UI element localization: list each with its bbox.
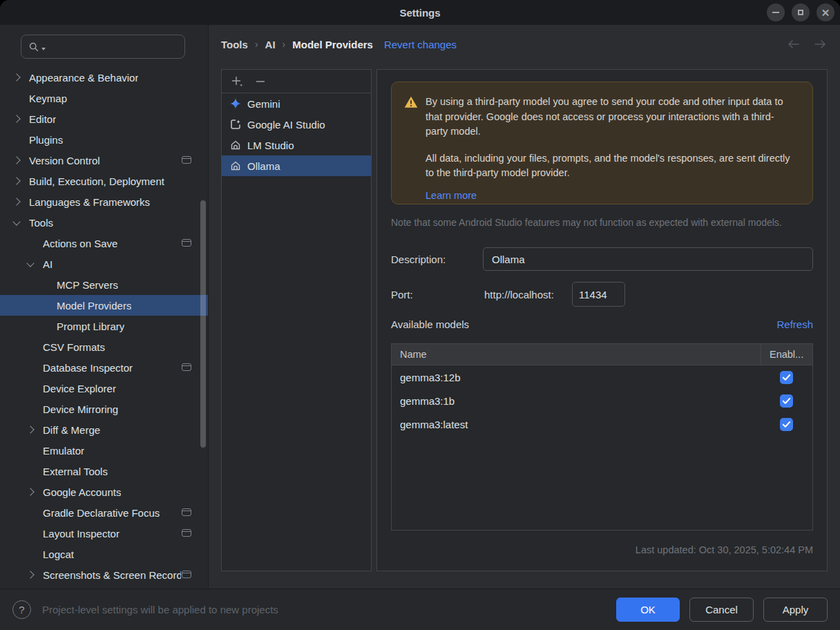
chevron-right-icon: [12, 198, 20, 205]
sidebar-item-database-inspector[interactable]: Database Inspector: [0, 357, 208, 378]
sidebar-item-model-providers[interactable]: Model Providers: [0, 295, 208, 316]
sidebar-item-device-explorer[interactable]: Device Explorer: [0, 378, 208, 399]
warning-paragraph-2: All data, including your files, prompts,…: [426, 151, 796, 181]
model-name: gemma3:12b: [392, 365, 761, 389]
maximize-icon: [798, 10, 803, 15]
breadcrumb-tools[interactable]: Tools: [221, 39, 248, 50]
sidebar-item-version-control[interactable]: Version Control: [0, 150, 208, 171]
breadcrumb-separator: ›: [283, 39, 286, 50]
sidebar-item-diff-merge[interactable]: Diff & Merge: [0, 419, 208, 440]
models-table-header: Name Enabl...: [392, 344, 812, 365]
sidebar-item-label: Layout Inspector: [43, 528, 120, 540]
provider-item-google-ai-studio[interactable]: Google AI Studio: [222, 114, 371, 135]
settings-tree: Appearance & Behavior Keymap Editor Plug…: [0, 67, 208, 585]
model-enabled-checkbox[interactable]: [780, 371, 793, 384]
sidebar-item-label: Plugins: [29, 134, 63, 146]
model-name: gemma3:latest: [392, 412, 761, 436]
search-box[interactable]: [21, 35, 185, 59]
add-provider-button[interactable]: [229, 73, 245, 90]
sidebar-item-tools[interactable]: Tools: [0, 212, 208, 233]
sidebar-item-emulator[interactable]: Emulator: [0, 440, 208, 461]
provider-item-gemini[interactable]: Gemini: [222, 93, 371, 114]
settings-window: Settings ✕ Appearance & Behavior Keymap …: [0, 0, 840, 630]
model-enabled-checkbox[interactable]: [780, 418, 793, 431]
sidebar-item-logcat[interactable]: Logcat: [0, 544, 208, 564]
sidebar-item-actions-on-save[interactable]: Actions on Save: [0, 233, 208, 254]
dialog-body: Appearance & Behavior Keymap Editor Plug…: [0, 25, 840, 589]
checkmark-icon: [782, 421, 791, 428]
minimize-button[interactable]: [767, 3, 785, 21]
provider-item-label: Google AI Studio: [247, 119, 325, 131]
port-label: Port:: [391, 289, 413, 300]
port-prefix: http://localhost:: [484, 289, 554, 300]
sidebar-item-layout-inspector[interactable]: Layout Inspector: [0, 523, 208, 544]
sidebar-item-appearance-behavior[interactable]: Appearance & Behavior: [0, 67, 208, 88]
sidebar-item-ai[interactable]: AI: [0, 254, 208, 274]
breadcrumb-ai[interactable]: AI: [265, 39, 276, 50]
description-input[interactable]: [483, 247, 813, 271]
sidebar-item-google-accounts[interactable]: Google Accounts: [0, 481, 208, 502]
sidebar-item-keymap[interactable]: Keymap: [0, 88, 208, 108]
provider-detail-panel: By using a third-party model you agree t…: [376, 69, 828, 571]
help-button[interactable]: ?: [12, 600, 31, 619]
close-button[interactable]: ✕: [817, 3, 834, 21]
apply-button[interactable]: Apply: [763, 598, 828, 622]
sidebar-item-label: Tools: [29, 217, 53, 229]
sidebar-item-device-mirroring[interactable]: Device Mirroring: [0, 399, 208, 419]
sidebar-item-plugins[interactable]: Plugins: [0, 129, 208, 150]
chevron-down-icon: [26, 259, 34, 267]
provider-item-lm-studio[interactable]: LM Studio: [222, 135, 371, 155]
model-name: gemma3:1b: [392, 389, 761, 412]
providers-panel: Gemini Google AI Studio LM Studio Ollama: [221, 69, 372, 571]
sidebar-item-mcp-servers[interactable]: MCP Servers: [0, 274, 208, 295]
gemini-icon: [230, 98, 241, 109]
search-input[interactable]: [48, 41, 179, 53]
chevron-right-icon: [26, 571, 34, 578]
provider-item-ollama[interactable]: Ollama: [222, 155, 371, 176]
sidebar-item-build-execution-deployment[interactable]: Build, Execution, Deployment: [0, 171, 208, 191]
back-arrow-icon[interactable]: [786, 39, 801, 50]
minimize-icon: [772, 12, 779, 13]
column-header-enabled[interactable]: Enabl...: [761, 344, 812, 365]
description-label: Description:: [391, 254, 446, 265]
sidebar-item-languages-frameworks[interactable]: Languages & Frameworks: [0, 191, 208, 212]
sidebar-item-label: Gradle Declarative Focus: [43, 507, 160, 519]
warning-icon: [404, 96, 418, 108]
third-party-warning: By using a third-party model you agree t…: [391, 82, 813, 204]
available-models-label: Available models: [391, 318, 469, 330]
sidebar-scrollbar[interactable]: [200, 200, 206, 448]
remove-provider-button[interactable]: [252, 73, 269, 90]
close-icon: ✕: [821, 8, 830, 18]
maximize-button[interactable]: [792, 3, 810, 21]
sidebar-item-label: Screenshots & Screen Recordi: [43, 569, 181, 581]
revert-changes-link[interactable]: Revert changes: [384, 39, 457, 50]
sidebar-item-label: Prompt Library: [57, 321, 124, 332]
learn-more-link[interactable]: Learn more: [426, 190, 477, 201]
sidebar-item-label: Keymap: [29, 93, 67, 104]
sidebar-item-csv-formats[interactable]: CSV Formats: [0, 336, 208, 357]
forward-arrow-icon[interactable]: [812, 39, 828, 50]
history-nav: [786, 39, 828, 50]
sidebar-item-label: Editor: [29, 113, 56, 125]
minus-icon: [255, 76, 266, 87]
provider-item-label: LM Studio: [247, 140, 294, 151]
project-level-icon: [182, 363, 191, 371]
sidebar-item-editor[interactable]: Editor: [0, 108, 208, 129]
ok-button[interactable]: OK: [616, 598, 680, 622]
sidebar-item-label: MCP Servers: [57, 279, 118, 291]
google-ai-studio-icon: [230, 119, 241, 130]
sidebar-item-prompt-library[interactable]: Prompt Library: [0, 316, 208, 336]
port-input[interactable]: [572, 282, 625, 307]
sidebar-item-label: Model Providers: [57, 300, 131, 312]
refresh-link[interactable]: Refresh: [776, 318, 813, 330]
sidebar-item-label: Diff & Merge: [43, 424, 100, 436]
model-enabled-checkbox[interactable]: [780, 394, 793, 408]
sidebar-item-gradle-declarative-focus[interactable]: Gradle Declarative Focus: [0, 502, 208, 523]
sidebar-item-screenshots-screen-recording[interactable]: Screenshots & Screen Recordi: [0, 564, 208, 585]
chevron-right-icon: [26, 488, 34, 495]
sidebar-item-external-tools[interactable]: External Tools: [0, 461, 208, 481]
column-header-name[interactable]: Name: [392, 344, 761, 365]
footer-buttons: OK Cancel Apply: [616, 598, 828, 622]
cancel-button[interactable]: Cancel: [689, 598, 754, 622]
titlebar[interactable]: Settings ✕: [0, 0, 840, 25]
